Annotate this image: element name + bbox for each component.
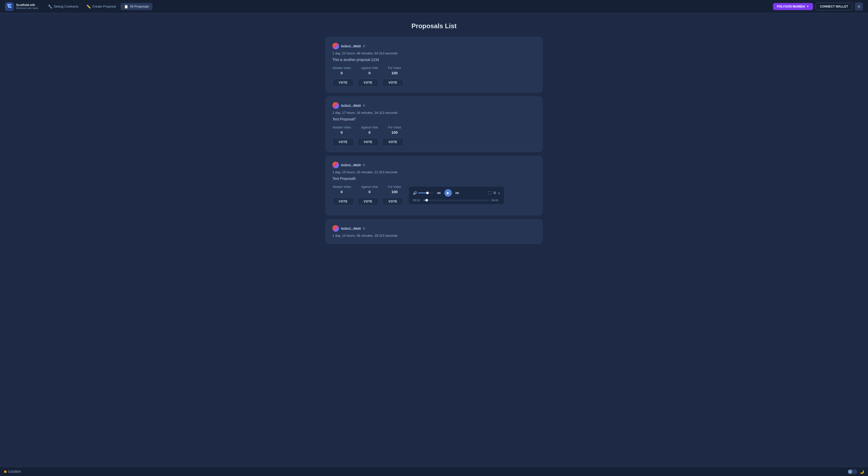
timestamp-4: 1 day, 14 hours, 56 minutes, 39.313 seco… (333, 234, 535, 238)
abstain-count-2: 0 (341, 130, 343, 135)
more-options-icon[interactable]: » (498, 191, 500, 195)
abstain-label-3: Abstain Votes (333, 185, 351, 189)
copy-icon-3[interactable]: ⧉ (363, 163, 365, 167)
description-2: Test Proposal7 (333, 117, 535, 121)
proposal-header-4: 0xDe3...89d0 ⧉ (333, 225, 535, 232)
for-label-2: For Votes (388, 126, 401, 129)
picture-in-picture-icon[interactable]: ⧉ (494, 191, 496, 195)
against-count-3: 0 (369, 190, 371, 194)
time-total: 04:41 (492, 199, 500, 202)
avatar-1 (333, 43, 339, 49)
moon-icon: 🌙 (860, 470, 864, 474)
for-vote-btn-3[interactable]: VOTE (382, 198, 403, 205)
abstain-vote-btn-1[interactable]: VOTE (333, 78, 354, 87)
progress-row: 00:10 04:41 (413, 199, 500, 202)
against-vote-btn-3[interactable]: VOTE (358, 198, 379, 205)
volume-fill (418, 193, 427, 194)
page-title: Proposals List (326, 22, 542, 30)
avatar-4 (333, 225, 339, 232)
media-player: 🔊 ⏮ ▶ ⏭ ⛶ ⧉ » 00 (408, 186, 504, 204)
abstain-col-3: Abstain Votes 0 (333, 185, 351, 194)
against-vote-btn-2[interactable]: VOTE (358, 138, 379, 146)
for-label-1: For Votes (388, 66, 401, 70)
nav-create-label: Create Proposal (92, 4, 116, 8)
timestamp-1: 1 day, 22 hours, 48 minutes, 54.313 seco… (333, 52, 535, 55)
proposal-card-3: 0xDe3...89d0 ⧉ 1 day, 15 hours, 20 minut… (326, 156, 542, 215)
description-1: This is another proposal 1234 (333, 58, 535, 62)
progress-knob[interactable] (426, 199, 428, 202)
address-3: 0xDe3...89d0 (341, 163, 361, 167)
navbar: 🏗 Scaffold-eth Ethereum dev stack 🔧 Debu… (0, 0, 868, 13)
abstain-label-1: Abstain Votes (333, 66, 351, 70)
rewind-button[interactable]: ⏮ (436, 190, 442, 196)
against-col-1: Against Vote 0 (361, 66, 378, 75)
brand-text: Scaffold-eth Ethereum dev stack (16, 3, 38, 10)
player-extras: ⛶ ⧉ » (488, 191, 500, 195)
against-col-3: Against Vote 0 (361, 185, 378, 194)
for-count-1: 100 (392, 71, 398, 75)
navbar-right: POLYGON MUMBAI ▼ CONNECT WALLET ⚙ (773, 2, 863, 10)
status-bar: 0.818934 🌙 (0, 467, 868, 476)
polygon-label: POLYGON MUMBAI (777, 5, 805, 8)
for-col-1: For Votes 100 (388, 66, 401, 75)
copy-icon-2[interactable]: ⧉ (363, 104, 365, 107)
avatar-2 (333, 102, 339, 109)
polygon-network-button[interactable]: POLYGON MUMBAI ▼ (773, 3, 813, 10)
abstain-vote-btn-2[interactable]: VOTE (333, 138, 354, 146)
address-4: 0xDe3...89d0 (341, 227, 361, 231)
proposal-card-2: 0xDe3...89d0 ⧉ 1 day, 17 hours, 16 minut… (326, 97, 542, 152)
connect-wallet-button[interactable]: CONNECT WALLET (815, 3, 852, 10)
status-dot (4, 471, 6, 473)
nav-proposals-label: All Proposals (130, 4, 149, 8)
vote-buttons-2: VOTE VOTE VOTE (333, 138, 535, 146)
avatar-3 (333, 162, 339, 168)
vote-buttons-1: VOTE VOTE VOTE (333, 78, 535, 87)
for-vote-btn-1[interactable]: VOTE (382, 78, 403, 87)
volume-knob[interactable] (426, 192, 429, 194)
votes-row-1: Abstain Votes 0 Against Vote 0 For Votes… (333, 66, 535, 75)
theme-toggle[interactable] (847, 469, 857, 474)
copy-icon-4[interactable]: ⧉ (363, 227, 365, 230)
player-controls: 🔊 ⏮ ▶ ⏭ ⛶ ⧉ » (413, 189, 500, 197)
nav-links: 🔧 Debug Contracts ✏️ Create Proposal 📋 A… (44, 3, 771, 10)
proposal-card-1: 0xDe3...89d0 ⧉ 1 day, 22 hours, 48 minut… (326, 37, 542, 93)
main-content: Proposals List 0xDe3...89d0 ⧉ 1 day, 22 … (320, 13, 548, 258)
settings-icon[interactable]: ⚙ (855, 2, 863, 10)
status-right: 🌙 (847, 469, 864, 474)
volume-bar[interactable] (418, 193, 433, 194)
nav-all-proposals[interactable]: 📋 All Proposals (121, 3, 153, 10)
volume-icon: 🔊 (413, 191, 417, 195)
against-vote-btn-1[interactable]: VOTE (358, 78, 379, 87)
for-vote-btn-2[interactable]: VOTE (382, 138, 403, 146)
fast-forward-button[interactable]: ⏭ (455, 190, 461, 196)
nav-create-proposal[interactable]: ✏️ Create Proposal (83, 3, 120, 10)
abstain-count-1: 0 (341, 71, 343, 75)
copy-icon-1[interactable]: ⧉ (363, 44, 365, 48)
vote-buttons-3: VOTE VOTE VOTE (333, 198, 403, 205)
timestamp-3: 1 day, 15 hours, 20 minutes, 21.313 seco… (333, 170, 535, 174)
votes-section-3: Abstain Votes 0 Against Vote 0 For Votes… (333, 185, 403, 205)
votes-row-3: Abstain Votes 0 Against Vote 0 For Votes… (333, 185, 403, 194)
address-2: 0xDe3...89d0 (341, 104, 361, 107)
against-count-2: 0 (369, 130, 371, 135)
screen-icon[interactable]: ⛶ (488, 191, 492, 195)
play-button[interactable]: ▶ (444, 189, 452, 197)
abstain-vote-btn-3[interactable]: VOTE (333, 198, 354, 205)
for-col-3: For Votes 100 (388, 185, 401, 194)
description-3: Test Proposal5 (333, 176, 535, 180)
against-count-1: 0 (369, 71, 371, 75)
progress-bar[interactable] (424, 200, 490, 201)
for-count-3: 100 (392, 190, 398, 194)
timestamp-2: 1 day, 17 hours, 16 minutes, 34.313 seco… (333, 111, 535, 114)
brand-icon: 🏗 (5, 2, 13, 11)
connect-wallet-label: CONNECT WALLET (820, 5, 848, 8)
proposal-card-4: 0xDe3...89d0 ⧉ 1 day, 14 hours, 56 minut… (326, 219, 542, 244)
balance-value: 0.818934 (8, 470, 21, 474)
proposals-icon: 📋 (124, 4, 128, 8)
nav-debug-contracts[interactable]: 🔧 Debug Contracts (44, 3, 82, 10)
against-label-1: Against Vote (361, 66, 378, 70)
proposal-header-1: 0xDe3...89d0 ⧉ (333, 43, 535, 49)
proposal-header-2: 0xDe3...89d0 ⧉ (333, 102, 535, 109)
address-1: 0xDe3...89d0 (341, 44, 361, 48)
debug-icon: 🔧 (48, 4, 52, 8)
